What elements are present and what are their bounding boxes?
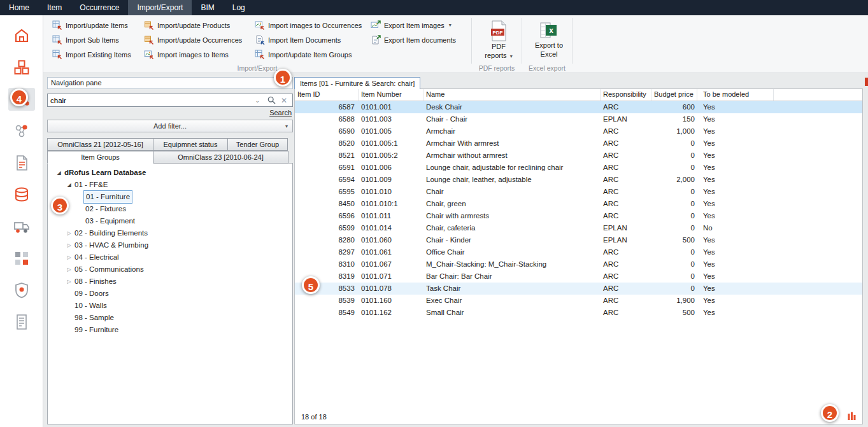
table-row[interactable]: 8520 0101.005:1 Armchair With armrest AR… [295,137,862,150]
search-input[interactable] [48,97,251,104]
cell-to-be-modeled: Yes [697,186,774,198]
tree-node-doors[interactable]: 09 - Doors [48,288,292,300]
column-header-item-id[interactable]: Item ID [295,89,359,101]
import-box-icon [144,35,154,45]
expander-icon[interactable]: ◢ [66,179,73,191]
import-update-items-button[interactable]: Import/update Items [52,19,136,31]
reports-icon[interactable] [8,311,35,333]
table-row[interactable]: 8297 0101.061 Office Chair ARC 0 Yes [295,246,862,258]
items-document-tab[interactable]: Items [01 - Furniture & Search: chair] [294,77,420,89]
import-update-products-button[interactable]: Import/update Products [144,19,247,31]
table-row[interactable]: 6594 0101.009 Lounge chair, leather, adj… [295,174,862,186]
database-icon[interactable] [8,183,35,206]
table-row[interactable]: 6590 0101.005 Armchair ARC 1,000 Yes [295,125,862,137]
rooms-icon[interactable] [8,24,35,47]
tab-omniclass-21[interactable]: OmniClass 21 [2012-05-16] [47,138,153,151]
cell-to-be-modeled: Yes [697,234,774,246]
tab-equipment-status[interactable]: Equipmnet status [153,138,228,151]
collapsed-panel-marker[interactable] [865,78,868,86]
import-item-documents-button[interactable]: Import Item Documents [255,34,363,46]
add-filter-dropdown[interactable]: Add filter... ▾ [47,120,293,132]
import-update-occurrences-button[interactable]: Import/update Occurrences [144,34,247,46]
clear-search-icon[interactable]: ✕ [280,96,292,105]
tree-node-furniture[interactable]: 01 - Furniture [48,191,292,203]
table-row[interactable]: 6596 0101.011 Chair with armrests ARC 0 … [295,210,862,222]
products-icon[interactable] [8,120,35,143]
cell-item-id: 8521 [295,150,359,162]
table-row[interactable]: 6599 0101.014 Chair, cafeteria EPLAN 0 N… [295,222,862,234]
export-item-images-button[interactable]: Export Item images ▾ [371,19,461,31]
tab-tender-group[interactable]: Tender Group [227,138,288,151]
tree-node-ffe[interactable]: ◢01 - FF&E [48,179,292,191]
table-row[interactable]: 8450 0101.010:1 Chair, green ARC 0 Yes [295,198,862,210]
tree-node-furniture-99[interactable]: 99 - Furniture [48,324,292,336]
systems-icon[interactable] [8,279,35,302]
column-header-item-number[interactable]: Item Number [359,89,423,101]
menu-tab[interactable]: Log [224,0,254,15]
import-images-to-items-button[interactable]: Import images to Items [144,48,247,60]
search-link[interactable]: Search [269,109,292,116]
export-item-documents-button[interactable]: Export Item documents [371,34,461,46]
column-header-to-be-modeled[interactable]: To be modeled [697,89,774,101]
menu-tab[interactable]: Home [0,0,38,15]
column-header-responsibility[interactable]: Responsibility [601,89,651,101]
cell-name: Chair, green [423,198,601,210]
table-row[interactable]: 6588 0101.003 Chair - Chair EPLAN 150 Ye… [295,113,862,125]
cell-item-id: 6599 [295,222,359,234]
tree-node-electrical[interactable]: ▷04 - Electrical [48,251,292,263]
table-row[interactable]: 8280 0101.060 Chair - Kinder EPLAN 500 Y… [295,234,862,246]
tree-node-communications[interactable]: ▷05 - Communications [48,263,292,276]
documents-icon[interactable] [8,151,35,174]
tree-node-database[interactable]: ◢dRofus Learn Database [48,167,292,179]
tree-node-building-elements[interactable]: ▷02 - Building Elements [48,227,292,239]
expander-icon[interactable]: ▷ [66,263,73,276]
column-header-budget-price[interactable]: Budget price [651,89,697,101]
expander-icon[interactable]: ▷ [66,239,73,251]
tree-node-hvac-plumbing[interactable]: ▷03 - HVAC & Plumbing [48,239,292,251]
tab-item-groups[interactable]: Item Groups [47,151,153,164]
import-update-item-groups-button[interactable]: Import/update Item Groups [255,48,363,60]
button-label: Export Item images [384,22,445,29]
logistics-icon[interactable] [8,215,35,238]
table-row[interactable]: 6591 0101.006 Lounge chair, adjustable f… [295,162,862,174]
table-row[interactable]: 8549 0101.162 Small Chair ARC 500 Yes [295,307,862,319]
tree-node-fixtures[interactable]: 02 - Fixtures [48,203,292,215]
table-row[interactable]: 8310 0101.067 M_Chair-Stacking: M_Chair-… [295,258,862,270]
ribbon-group-excel-export: x Export to Excel Excel export [522,15,572,73]
button-label: Export to Excel [531,41,567,59]
items-icon[interactable] [8,56,35,79]
export-to-excel-button[interactable]: x Export to Excel [529,19,569,60]
tab-omniclass-23[interactable]: OmniClass 23 [2010-06-24] [153,151,288,164]
tree-node-walls[interactable]: 10 - Walls [48,300,292,312]
expander-icon[interactable]: ◢ [55,167,62,179]
column-chooser-icon[interactable] [848,412,856,422]
expander-icon[interactable]: ▷ [66,251,73,263]
pdf-reports-button[interactable]: PDF PDF reports ▾ [478,19,519,62]
table-row[interactable]: 6595 0101.010 Chair ARC 0 Yes [295,186,862,198]
search-link-row: Search [47,107,293,118]
menu-tab[interactable]: Item [38,0,71,15]
tree-node-equipment[interactable]: 03 - Equipment [48,215,292,227]
table-row[interactable]: 8539 0101.160 Exec Chair ARC 1,900 Yes [295,295,862,307]
cell-item-number: 0101.005:2 [359,150,423,162]
import-sub-items-button[interactable]: Import Sub Items [52,34,136,46]
search-history-chevron-icon[interactable]: ⌄ [251,97,264,104]
table-row[interactable]: 8533 0101.078 Task Chair ARC 0 Yes [295,283,862,295]
import-existing-items-button[interactable]: Import Existing Items [52,48,136,60]
table-row[interactable]: 8319 0101.071 Bar Chair: Bar Chair ARC 0… [295,270,862,283]
search-icon[interactable] [264,96,280,104]
column-header-name[interactable]: Name [423,89,601,101]
menu-tab[interactable]: Import/Export [128,0,192,15]
button-label: PDF reports ▾ [481,43,516,60]
menu-tab[interactable]: Occurrence [71,0,128,15]
tree-node-sample[interactable]: 98 - Sample [48,312,292,324]
expander-icon[interactable]: ▷ [66,276,73,288]
table-row[interactable]: 6587 0101.001 Desk Chair ARC 600 Yes [295,101,862,113]
buildings-icon[interactable] [8,247,35,270]
tree-node-finishes[interactable]: ▷08 - Finishes [48,276,292,288]
menu-tab[interactable]: BIM [192,0,223,15]
expander-icon[interactable]: ▷ [66,227,73,239]
import-images-to-occurrences-button[interactable]: Import images to Occurrences [255,19,363,31]
ribbon-group-label: PDF reports [472,64,522,72]
table-row[interactable]: 8521 0101.005:2 Armchair without armrest… [295,150,862,162]
